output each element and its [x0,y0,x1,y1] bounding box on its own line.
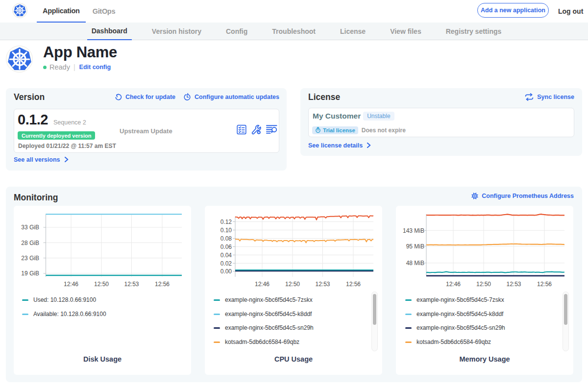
svg-text:19 GiB: 19 GiB [21,270,39,277]
svg-text:12:50: 12:50 [94,281,109,288]
svg-text:0.12: 0.12 [220,219,232,225]
svg-text:0.10: 0.10 [220,227,232,234]
svg-text:0.00: 0.00 [220,268,232,275]
svg-text:0.02: 0.02 [220,260,232,267]
svg-text:0.04: 0.04 [220,252,232,259]
svg-text:28 GiB: 28 GiB [21,240,39,246]
svg-text:12:53: 12:53 [315,281,330,288]
svg-text:33 GiB: 33 GiB [21,224,39,231]
svg-text:0.08: 0.08 [220,235,232,242]
svg-text:12:50: 12:50 [285,281,300,288]
svg-text:12:46: 12:46 [255,281,270,288]
svg-text:12:56: 12:56 [537,281,552,288]
svg-text:12:56: 12:56 [346,281,361,288]
svg-text:12:46: 12:46 [64,281,78,288]
svg-text:23 GiB: 23 GiB [21,255,39,262]
svg-text:12:50: 12:50 [476,281,491,288]
svg-text:12:46: 12:46 [446,281,461,288]
svg-text:48 MiB: 48 MiB [406,260,424,267]
svg-text:95 MiB: 95 MiB [406,243,424,250]
svg-text:143 MiB: 143 MiB [403,227,424,234]
svg-text:0.06: 0.06 [220,244,232,250]
svg-text:12:53: 12:53 [506,281,521,288]
svg-text:12:53: 12:53 [124,281,139,288]
svg-text:12:56: 12:56 [155,281,170,288]
